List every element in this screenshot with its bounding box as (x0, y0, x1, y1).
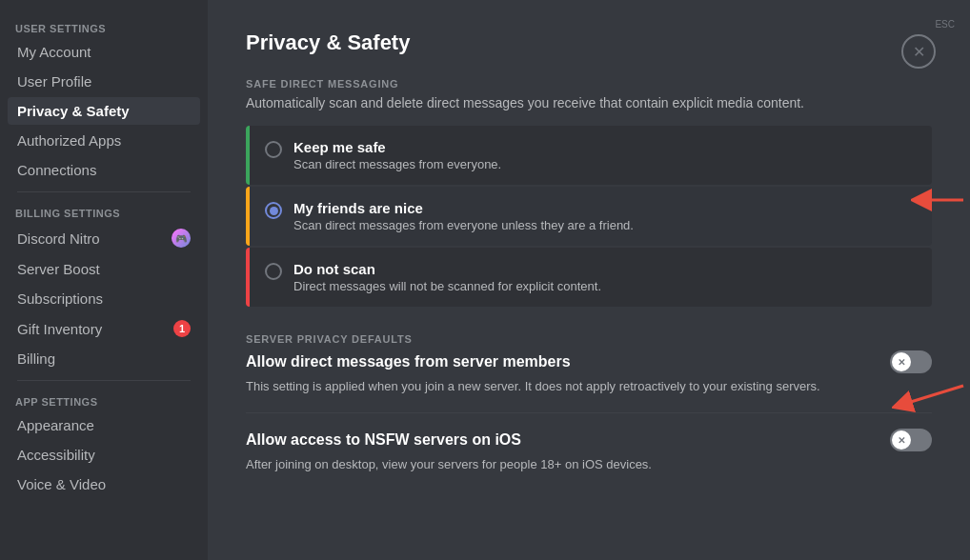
privacy-setting-allow-nsfw: Allow access to NSFW servers on iOS ✕ Af… (246, 429, 932, 471)
main-content: ✕ ESC Privacy & Safety SAFE DIRECT MESSA… (208, 0, 970, 560)
radio-option-keep-safe[interactable]: Keep me safe Scan direct messages from e… (246, 126, 932, 185)
sidebar-item-voice-video[interactable]: Voice & Video (8, 470, 200, 498)
allow-nsfw-title: Allow access to NSFW servers on iOS (246, 431, 521, 449)
safe-dm-description: Automatically scan and delete direct mes… (246, 95, 932, 110)
sidebar-item-accessibility[interactable]: Accessibility (8, 441, 200, 469)
sidebar-item-label: My Account (17, 44, 191, 60)
sidebar-item-connections[interactable]: Connections (8, 156, 200, 184)
radio-title-keep-safe: Keep me safe (293, 139, 917, 155)
radio-circle-friends-nice (265, 202, 282, 219)
sidebar-item-label: User Profile (17, 73, 191, 90)
radio-option-do-not-scan[interactable]: Do not scan Direct messages will not be … (246, 248, 932, 307)
radio-options-group: Keep me safe Scan direct messages from e… (246, 126, 932, 307)
privacy-setting-allow-nsfw-row: Allow access to NSFW servers on iOS ✕ (246, 429, 932, 451)
sidebar-item-server-boost[interactable]: Server Boost (8, 255, 200, 283)
server-privacy-section: SERVER PRIVACY DEFAULTS Allow direct mes… (246, 333, 932, 471)
allow-nsfw-toggle[interactable]: ✕ (890, 429, 932, 451)
toggle-x-icon-2: ✕ (898, 435, 905, 446)
radio-desc-friends-nice: Scan direct messages from everyone unles… (293, 218, 917, 232)
sidebar-item-label: Server Boost (17, 261, 191, 277)
safe-dm-label: SAFE DIRECT MESSAGING (246, 78, 932, 90)
allow-dm-toggle[interactable]: ✕ (890, 350, 932, 373)
radio-circle-keep-safe (265, 141, 282, 158)
esc-label: ESC (935, 19, 955, 30)
sidebar-item-privacy-safety[interactable]: Privacy & Safety (8, 97, 200, 125)
sidebar-item-label: Privacy & Safety (17, 103, 191, 119)
user-settings-label: USER SETTINGS (8, 15, 200, 38)
sidebar-item-label: Accessibility (17, 447, 191, 463)
server-privacy-label: SERVER PRIVACY DEFAULTS (246, 333, 932, 345)
sidebar-item-label: Appearance (17, 417, 191, 433)
safe-dm-section: SAFE DIRECT MESSAGING Automatically scan… (246, 78, 932, 307)
page-title: Privacy & Safety (246, 30, 932, 55)
privacy-setting-allow-dm-row: Allow direct messages from server member… (246, 350, 932, 373)
radio-content-do-not-scan: Do not scan Direct messages will not be … (293, 261, 917, 293)
sidebar-item-label: Voice & Video (17, 476, 191, 492)
nitro-icon: 🎮 (172, 229, 191, 248)
radio-content-keep-safe: Keep me safe Scan direct messages from e… (293, 139, 917, 171)
allow-dm-desc: This setting is applied when you join a … (246, 379, 932, 393)
privacy-setting-allow-dm: Allow direct messages from server member… (246, 350, 932, 393)
app-settings-label: APP SETTINGS (8, 389, 200, 411)
radio-desc-keep-safe: Scan direct messages from everyone. (293, 157, 917, 171)
sidebar-item-label: Connections (17, 162, 191, 178)
sidebar-item-my-account[interactable]: My Account (8, 38, 200, 66)
sidebar-item-billing[interactable]: Billing (8, 345, 200, 372)
sidebar-item-label: Subscriptions (17, 290, 191, 307)
allow-dm-title: Allow direct messages from server member… (246, 353, 571, 370)
close-button[interactable]: ✕ (901, 34, 936, 69)
close-icon: ✕ (913, 43, 925, 61)
sidebar-item-user-profile[interactable]: User Profile (8, 68, 200, 95)
sidebar-item-label: Billing (17, 350, 191, 367)
gift-badge: 1 (173, 320, 191, 337)
sidebar-divider-billing (17, 191, 191, 192)
allow-nsfw-toggle-knob: ✕ (892, 430, 911, 450)
sidebar-item-authorized-apps[interactable]: Authorized Apps (8, 127, 200, 154)
sidebar-item-appearance[interactable]: Appearance (8, 411, 200, 439)
radio-title-friends-nice: My friends are nice (293, 200, 917, 216)
close-button-area: ✕ ESC (935, 15, 955, 30)
sidebar: USER SETTINGS My Account User Profile Pr… (0, 0, 208, 560)
sidebar-item-subscriptions[interactable]: Subscriptions (8, 285, 200, 312)
billing-settings-label: BILLING SETTINGS (8, 200, 200, 223)
sidebar-item-label: Discord Nitro (17, 230, 172, 247)
toggle-x-icon: ✕ (898, 357, 905, 368)
radio-content-friends-nice: My friends are nice Scan direct messages… (293, 200, 917, 232)
privacy-divider (246, 412, 932, 413)
sidebar-item-gift-inventory[interactable]: Gift Inventory 1 (8, 314, 200, 343)
sidebar-item-discord-nitro[interactable]: Discord Nitro 🎮 (8, 223, 200, 253)
sidebar-divider-app (17, 380, 191, 381)
radio-circle-do-not-scan (265, 263, 282, 280)
radio-option-friends-nice[interactable]: My friends are nice Scan direct messages… (246, 187, 932, 246)
radio-desc-do-not-scan: Direct messages will not be scanned for … (293, 279, 917, 293)
allow-dm-toggle-knob: ✕ (892, 352, 911, 371)
allow-nsfw-desc: After joining on desktop, view your serv… (246, 457, 932, 471)
radio-title-do-not-scan: Do not scan (293, 261, 917, 277)
sidebar-item-label: Authorized Apps (17, 132, 191, 149)
sidebar-item-label: Gift Inventory (17, 321, 173, 337)
